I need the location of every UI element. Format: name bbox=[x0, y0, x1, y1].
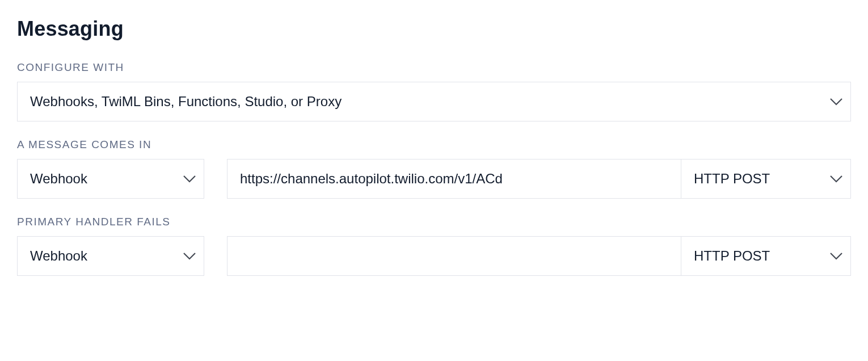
message-url-input[interactable] bbox=[227, 159, 681, 199]
message-method-select[interactable]: HTTP POST bbox=[681, 159, 851, 199]
section-title: Messaging bbox=[17, 17, 851, 41]
message-method-value: HTTP POST bbox=[681, 171, 822, 187]
fallback-url-group: HTTP POST bbox=[227, 236, 851, 276]
configure-with-value: Webhooks, TwiML Bins, Functions, Studio,… bbox=[18, 94, 822, 110]
primary-handler-fails-label: PRIMARY HANDLER FAILS bbox=[17, 216, 851, 228]
message-comes-in-group: A MESSAGE COMES IN Webhook HTTP POST bbox=[17, 138, 851, 199]
chevron-down-icon bbox=[175, 175, 204, 183]
chevron-down-icon bbox=[822, 98, 850, 106]
primary-handler-fails-group: PRIMARY HANDLER FAILS Webhook HTTP POST bbox=[17, 216, 851, 276]
message-handler-type-value: Webhook bbox=[18, 171, 175, 187]
fallback-method-select[interactable]: HTTP POST bbox=[681, 236, 851, 276]
chevron-down-icon bbox=[175, 252, 204, 260]
message-handler-type-select[interactable]: Webhook bbox=[17, 159, 204, 199]
chevron-down-icon bbox=[822, 175, 850, 183]
configure-with-select[interactable]: Webhooks, TwiML Bins, Functions, Studio,… bbox=[17, 82, 851, 121]
fallback-handler-type-select[interactable]: Webhook bbox=[17, 236, 204, 276]
configure-with-label: CONFIGURE WITH bbox=[17, 61, 851, 74]
fallback-method-value: HTTP POST bbox=[681, 248, 822, 264]
chevron-down-icon bbox=[822, 252, 850, 260]
message-comes-in-label: A MESSAGE COMES IN bbox=[17, 138, 851, 151]
fallback-url-input[interactable] bbox=[227, 236, 681, 276]
configure-with-group: CONFIGURE WITH Webhooks, TwiML Bins, Fun… bbox=[17, 61, 851, 121]
message-url-group: HTTP POST bbox=[227, 159, 851, 199]
fallback-handler-type-value: Webhook bbox=[18, 248, 175, 264]
